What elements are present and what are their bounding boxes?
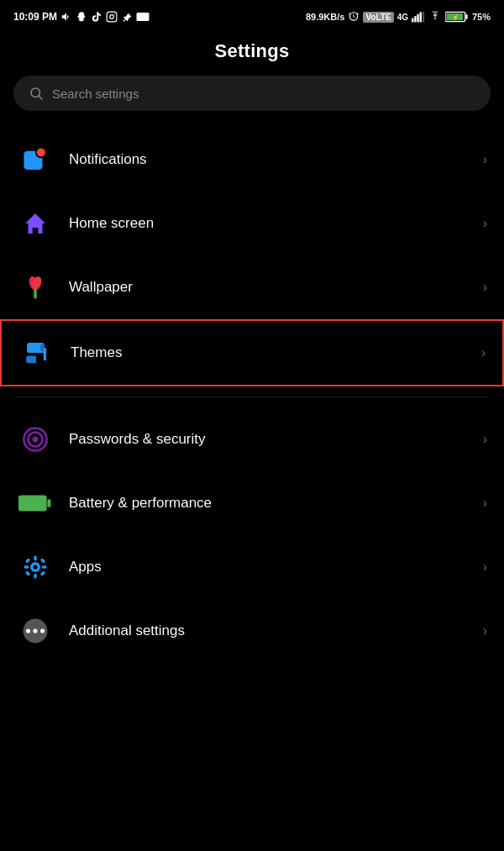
svg-text:⚡: ⚡ bbox=[452, 13, 459, 21]
security-icon-wrap bbox=[17, 421, 54, 458]
notifications-icon-wrap bbox=[17, 141, 54, 178]
svg-rect-6 bbox=[417, 14, 418, 23]
svg-point-16 bbox=[36, 148, 46, 158]
wallpaper-label: Wallpaper bbox=[69, 279, 476, 296]
4g-icon: 4G bbox=[397, 13, 408, 22]
svg-rect-35 bbox=[42, 565, 47, 568]
homescreen-label: Home screen bbox=[69, 215, 476, 232]
svg-point-43 bbox=[40, 628, 45, 633]
notifications-chevron: › bbox=[483, 152, 487, 167]
svg-line-14 bbox=[39, 96, 42, 99]
status-time: 10:09 PM bbox=[13, 11, 150, 23]
themes-icon-wrap bbox=[18, 334, 55, 371]
instagram-icon bbox=[106, 11, 118, 23]
additional-icon-wrap bbox=[17, 612, 54, 649]
svg-rect-28 bbox=[18, 495, 47, 511]
pin-icon bbox=[121, 11, 133, 23]
svg-rect-0 bbox=[107, 12, 117, 22]
svg-rect-5 bbox=[414, 16, 416, 22]
settings-item-homescreen[interactable]: Home screen › bbox=[0, 192, 504, 255]
battery-chevron: › bbox=[483, 496, 487, 511]
svg-rect-32 bbox=[34, 555, 36, 560]
battery-icon-wrap bbox=[17, 485, 54, 522]
search-placeholder: Search settings bbox=[52, 87, 139, 101]
search-container: Search settings bbox=[13, 76, 491, 111]
apps-label: Apps bbox=[69, 559, 476, 575]
themes-icon bbox=[23, 339, 51, 367]
svg-point-27 bbox=[33, 437, 39, 443]
status-right-icons: 89.9KB/s VoLTE 4G ⚡ 7 bbox=[306, 11, 491, 23]
notifications-label: Notifications bbox=[69, 151, 476, 168]
themes-label: Themes bbox=[71, 344, 475, 361]
volte-icon: VoLTE bbox=[363, 12, 393, 23]
svg-rect-38 bbox=[25, 570, 31, 576]
additional-chevron: › bbox=[483, 623, 487, 638]
svg-rect-34 bbox=[24, 565, 29, 568]
svg-rect-3 bbox=[137, 13, 150, 21]
settings-item-notifications[interactable]: Notifications › bbox=[0, 128, 504, 192]
apps-chevron: › bbox=[483, 559, 487, 575]
section-divider bbox=[0, 386, 504, 393]
apps-icon bbox=[21, 553, 50, 581]
alarm-icon bbox=[348, 11, 360, 23]
security-icon bbox=[21, 425, 50, 454]
svg-rect-7 bbox=[420, 12, 422, 22]
battery-perf-icon bbox=[18, 492, 52, 514]
settings-item-additional[interactable]: Additional settings › bbox=[0, 599, 504, 663]
divider-line bbox=[17, 397, 487, 397]
apps-icon-wrap bbox=[17, 549, 54, 586]
svg-rect-8 bbox=[423, 12, 424, 23]
svg-point-2 bbox=[114, 13, 115, 14]
signal-icon bbox=[412, 11, 425, 23]
svg-rect-4 bbox=[412, 18, 413, 23]
settings-item-battery[interactable]: Battery & performance › bbox=[0, 471, 504, 535]
snapchat-icon bbox=[76, 11, 87, 23]
passwords-chevron: › bbox=[483, 432, 487, 447]
svg-point-13 bbox=[31, 88, 40, 97]
status-bar: 10:09 PM 89.9KB/s bbox=[0, 0, 504, 30]
settings-list: Notifications › Home screen › Wallpaper … bbox=[0, 128, 504, 663]
notifications-icon bbox=[21, 145, 50, 174]
settings-item-wallpaper[interactable]: Wallpaper › bbox=[0, 255, 504, 319]
settings-item-apps[interactable]: Apps › bbox=[0, 535, 504, 599]
section-gap-2 bbox=[0, 401, 504, 407]
additional-icon bbox=[21, 617, 50, 645]
battery-label: Battery & performance bbox=[69, 495, 476, 512]
svg-rect-23 bbox=[44, 348, 46, 360]
svg-rect-37 bbox=[40, 558, 46, 564]
svg-rect-39 bbox=[40, 570, 46, 576]
battery-status-icon: ⚡ bbox=[445, 11, 469, 23]
wifi-icon bbox=[428, 11, 442, 23]
settings-item-themes[interactable]: Themes › bbox=[0, 319, 504, 386]
sound-icon bbox=[60, 11, 72, 23]
passwords-label: Passwords & security bbox=[69, 431, 476, 448]
homescreen-chevron: › bbox=[483, 216, 487, 231]
settings-item-passwords[interactable]: Passwords & security › bbox=[0, 407, 504, 471]
svg-rect-36 bbox=[25, 558, 31, 564]
homescreen-icon-wrap bbox=[17, 205, 54, 242]
svg-point-41 bbox=[26, 628, 30, 633]
battery-percent: 75% bbox=[472, 12, 491, 22]
wallpaper-icon-wrap bbox=[17, 269, 54, 306]
svg-point-42 bbox=[33, 628, 37, 633]
svg-marker-17 bbox=[25, 213, 45, 234]
message-icon bbox=[136, 13, 150, 21]
svg-rect-10 bbox=[465, 14, 467, 19]
svg-point-31 bbox=[33, 565, 37, 569]
time-display: 10:09 PM bbox=[13, 11, 57, 23]
svg-rect-24 bbox=[26, 355, 36, 363]
tiktok-icon bbox=[91, 11, 102, 23]
wallpaper-chevron: › bbox=[483, 280, 487, 295]
homescreen-icon bbox=[21, 209, 50, 238]
search-bar[interactable]: Search settings bbox=[13, 76, 491, 111]
themes-chevron: › bbox=[481, 345, 486, 360]
page-title: Settings bbox=[0, 30, 504, 76]
additional-label: Additional settings bbox=[69, 622, 476, 639]
search-icon bbox=[29, 86, 44, 101]
svg-point-1 bbox=[110, 15, 114, 19]
svg-rect-33 bbox=[34, 574, 36, 579]
svg-rect-29 bbox=[47, 499, 50, 507]
svg-rect-20 bbox=[34, 289, 36, 299]
wallpaper-icon bbox=[21, 273, 50, 302]
network-speed: 89.9KB/s bbox=[306, 12, 344, 22]
